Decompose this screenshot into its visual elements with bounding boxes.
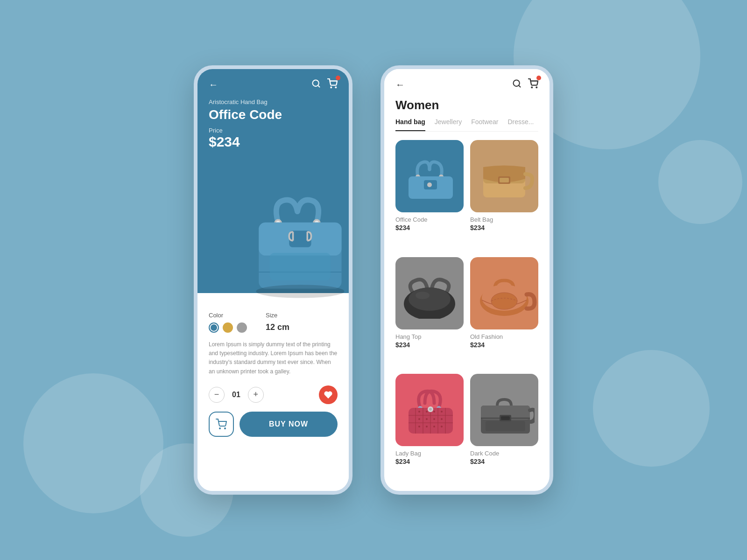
- product-price-belt-bag: $234: [470, 224, 538, 231]
- color-section: Color: [209, 312, 247, 333]
- listing-header-icons: [512, 78, 538, 91]
- size-value: 12 cm: [266, 322, 289, 332]
- quantity-increase-button[interactable]: +: [248, 387, 264, 403]
- add-to-cart-button[interactable]: [209, 412, 234, 437]
- svg-point-55: [418, 426, 420, 427]
- product-price-dark-code: $234: [470, 458, 538, 465]
- svg-point-3: [335, 87, 336, 88]
- size-label: Size: [266, 312, 289, 319]
- svg-point-48: [426, 411, 428, 413]
- product-card-lady-bag[interactable]: Lady Bag $234: [395, 374, 464, 484]
- search-icon[interactable]: [311, 79, 321, 91]
- svg-point-16: [219, 428, 220, 429]
- svg-point-53: [433, 418, 435, 420]
- svg-rect-30: [500, 178, 509, 182]
- svg-line-19: [519, 85, 521, 87]
- quantity-decrease-button[interactable]: −: [209, 387, 225, 403]
- header-top-bar: ←: [209, 78, 338, 91]
- product-name-hang-top: Hang Top: [395, 333, 464, 340]
- product-card-hang-top[interactable]: Hang Top $234: [395, 257, 464, 368]
- bg-decoration-3: [593, 350, 710, 467]
- svg-point-26: [427, 182, 432, 187]
- svg-point-21: [536, 87, 537, 88]
- listing-cart-icon[interactable]: [528, 78, 538, 91]
- svg-point-17: [225, 428, 226, 429]
- svg-point-15: [256, 285, 344, 298]
- category-listing-phone: ←: [381, 65, 553, 495]
- svg-line-1: [318, 85, 320, 87]
- product-price-lady-bag: $234: [395, 458, 464, 465]
- color-gray[interactable]: [237, 322, 247, 333]
- product-name-dark-code: Dark Code: [470, 450, 538, 457]
- product-price-old-fashion: $234: [470, 341, 538, 349]
- svg-point-58: [441, 426, 443, 427]
- category-tabs: Hand bag Jewellery Footwear Dresse...: [395, 118, 538, 132]
- product-card-belt-bag[interactable]: Belt Bag $234: [470, 140, 538, 251]
- product-price-office-code: $234: [395, 224, 464, 231]
- product-image-belt-bag: [470, 140, 538, 212]
- product-image-office-code: [395, 140, 464, 212]
- listing-header: ←: [384, 69, 550, 133]
- svg-point-51: [418, 418, 420, 420]
- header-action-icons: [311, 78, 338, 91]
- product-subtitle: Aristocratic Hand Bag: [209, 98, 338, 105]
- svg-point-54: [441, 418, 443, 420]
- product-detail-phone: ←: [194, 65, 352, 495]
- svg-point-20: [531, 87, 532, 88]
- size-section: Size 12 cm: [266, 312, 289, 333]
- svg-point-56: [426, 426, 428, 427]
- bg-decoration-5: [658, 140, 742, 224]
- cart-icon[interactable]: [327, 78, 338, 91]
- product-name-office-code: Office Code: [395, 216, 464, 223]
- back-button[interactable]: ←: [209, 79, 218, 90]
- color-blue[interactable]: [209, 322, 219, 333]
- svg-point-33: [416, 292, 430, 299]
- svg-point-52: [426, 418, 428, 420]
- cart-badge: [336, 76, 340, 80]
- price-value: $234: [209, 134, 338, 150]
- svg-point-57: [433, 426, 435, 427]
- product-image-hang-top: [395, 257, 464, 329]
- action-buttons: BUY NOW: [209, 412, 338, 437]
- svg-rect-14: [270, 253, 331, 280]
- products-grid: Office Code $234: [384, 133, 550, 491]
- price-label: Price: [209, 127, 338, 134]
- svg-rect-66: [486, 421, 525, 431]
- product-image-old-fashion: [470, 257, 538, 329]
- product-description: Lorem Ipsum is simply dummy text of the …: [209, 340, 338, 376]
- product-header: ←: [197, 69, 349, 293]
- quantity-controls: − 01 +: [209, 387, 264, 403]
- phones-container: ←: [194, 65, 553, 495]
- product-card-dark-code[interactable]: Dark Code $234: [470, 374, 538, 484]
- tab-handbag[interactable]: Hand bag: [395, 118, 425, 131]
- tab-dresses[interactable]: Dresse...: [508, 118, 534, 131]
- favorite-button[interactable]: [319, 385, 338, 404]
- svg-point-49: [433, 411, 435, 413]
- listing-cart-badge: [536, 76, 541, 80]
- listing-header-top: ←: [395, 78, 538, 91]
- product-price-hang-top: $234: [395, 341, 464, 349]
- product-name-belt-bag: Belt Bag: [470, 216, 538, 223]
- listing-back-button[interactable]: ←: [395, 79, 405, 90]
- tab-jewellery[interactable]: Jewellery: [435, 118, 462, 131]
- svg-point-47: [418, 411, 420, 413]
- product-image: [241, 181, 352, 302]
- tab-footwear[interactable]: Footwear: [471, 118, 498, 131]
- svg-rect-65: [501, 416, 510, 420]
- buy-now-button[interactable]: BUY NOW: [240, 412, 338, 437]
- listing-search-icon[interactable]: [512, 79, 521, 90]
- product-name-old-fashion: Old Fashion: [470, 333, 538, 340]
- quantity-value: 01: [232, 391, 240, 399]
- product-card-old-fashion[interactable]: Old Fashion $234: [470, 257, 538, 368]
- color-size-options: Color Size 12 cm: [209, 312, 338, 333]
- product-title: Office Code: [209, 107, 338, 122]
- product-card-office-code[interactable]: Office Code $234: [395, 140, 464, 251]
- product-body: Color Size 12 cm Lorem Ipsum is simply d…: [197, 293, 349, 491]
- color-dots: [209, 322, 247, 333]
- svg-point-2: [331, 87, 331, 88]
- product-image-dark-code: [470, 374, 538, 446]
- color-gold[interactable]: [223, 322, 233, 333]
- page-title: Women: [395, 98, 538, 112]
- svg-point-60: [429, 408, 432, 411]
- product-image-lady-bag: [395, 374, 464, 446]
